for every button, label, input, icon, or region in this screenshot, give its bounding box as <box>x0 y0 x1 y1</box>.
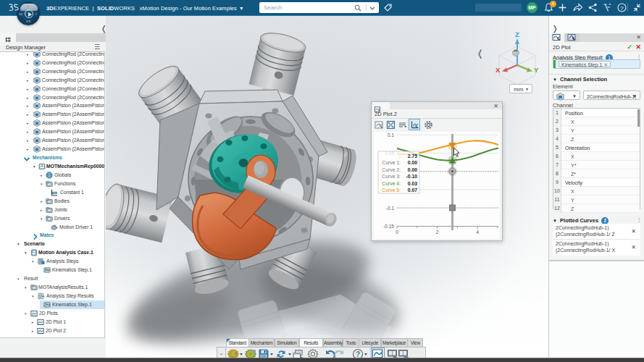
svg-text:Curve 3:: Curve 3: <box>382 174 401 179</box>
svg-text:0.00: 0.00 <box>408 167 417 172</box>
svg-text:Curve 1:: Curve 1: <box>382 160 401 165</box>
svg-text:X: X <box>495 66 501 74</box>
svg-text:2: 2 <box>436 230 439 235</box>
svg-text:-0.1: -0.1 <box>386 206 395 211</box>
svg-text:Curve 4:: Curve 4: <box>382 181 401 186</box>
svg-text:2.75: 2.75 <box>408 153 417 159</box>
svg-text:Curve 2:: Curve 2: <box>382 167 401 172</box>
svg-text::: : <box>399 153 401 159</box>
svg-text:4: 4 <box>476 230 479 235</box>
svg-text:0.1: 0.1 <box>388 132 394 138</box>
svg-text:0.00: 0.00 <box>408 160 417 165</box>
svg-text:?: ? <box>620 5 624 12</box>
svg-text:-0.10: -0.10 <box>406 174 418 179</box>
svg-text:0.03: 0.03 <box>408 181 417 186</box>
svg-text:0: 0 <box>396 230 398 235</box>
svg-text:-0.15: -0.15 <box>383 224 394 229</box>
svg-text:Z: Z <box>515 30 519 38</box>
svg-text:Y: Y <box>534 66 539 74</box>
svg-text:Curve 5:: Curve 5: <box>382 188 401 193</box>
svg-text:0.07: 0.07 <box>408 188 417 193</box>
